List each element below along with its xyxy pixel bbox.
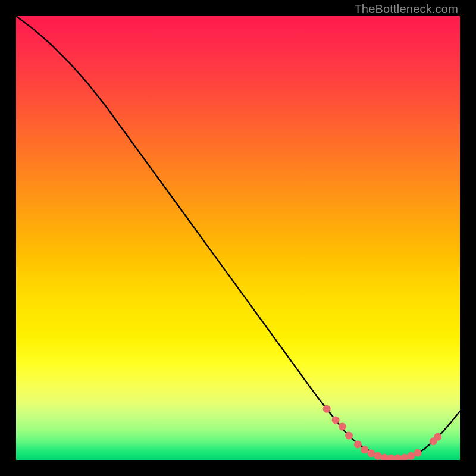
data-marker (354, 440, 362, 448)
data-marker (339, 423, 346, 431)
data-marker (400, 454, 408, 460)
bottleneck-curve (16, 16, 460, 458)
chart-frame: TheBottleneck.com (0, 0, 476, 476)
data-marker (367, 449, 375, 457)
data-marker (332, 416, 340, 424)
data-marker (361, 446, 368, 453)
data-marker (374, 452, 382, 460)
data-marker (387, 455, 395, 461)
curve-layer (16, 16, 460, 458)
chart-svg (16, 16, 460, 460)
data-marker (394, 455, 402, 461)
watermark-text: TheBottleneck.com (354, 2, 458, 16)
data-marker (323, 405, 331, 413)
data-marker (381, 454, 389, 460)
marker-layer (323, 405, 442, 460)
data-marker (407, 452, 415, 460)
data-marker (434, 433, 441, 441)
data-marker (345, 432, 353, 440)
data-marker (414, 449, 422, 457)
